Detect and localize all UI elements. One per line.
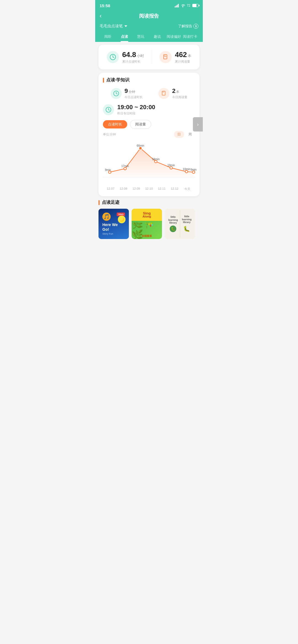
today-time-unit: 分钟 xyxy=(129,90,135,94)
signal-icon xyxy=(175,4,180,7)
total-books-unit: 本 xyxy=(188,53,191,58)
book-cover-3[interactable]: littlelearninglibrary 🐛 littlelearningli… xyxy=(165,209,195,239)
page-title: 阅读报告 xyxy=(139,13,159,19)
chart-area: 9min 17min 66min 34min 19min 10min 9min xyxy=(103,141,195,191)
tab-preference[interactable]: 阅读偏好 xyxy=(166,32,182,42)
svg-point-20 xyxy=(108,171,111,173)
total-time-label: 累计点读时长 xyxy=(122,60,144,64)
today-books-label: 今日阅读量 xyxy=(172,95,187,99)
svg-rect-3 xyxy=(178,4,179,7)
clock-icon-today xyxy=(111,88,122,99)
info-label: 了解报告 xyxy=(178,24,192,29)
week-toggle-button[interactable]: 周 xyxy=(185,131,195,138)
book-cover-2[interactable]: Sing Along 欢唱童谣 🌿🎋🌿 xyxy=(132,209,162,239)
today-time-label: 今日点读时长 xyxy=(124,95,143,99)
device-selector[interactable]: 毛毛虫点读笔 xyxy=(100,24,127,29)
knowledge-title: 点读·学知识 xyxy=(103,77,195,83)
clock-icon-summary xyxy=(107,51,119,63)
x-label-5: 12.12 xyxy=(169,187,180,191)
device-name: 毛毛虫点读笔 xyxy=(100,24,123,29)
status-bar: 15:58 72 xyxy=(95,0,203,10)
svg-point-26 xyxy=(192,171,195,173)
status-icons: 72 xyxy=(175,4,198,7)
summary-total-books: 462 本 累计阅读量 xyxy=(159,50,191,64)
title-bar-icon-2 xyxy=(99,200,100,205)
svg-rect-6 xyxy=(164,55,166,56)
footprints-section: 点读足迹 🎵 SING Here We Go! Story Fun xyxy=(99,200,199,242)
today-time-stat: 9 分钟 今日点读时长 xyxy=(111,87,143,99)
info-circle-icon: ℹ xyxy=(193,24,198,29)
x-label-1: 12.08 xyxy=(118,187,129,191)
today-books-value: 2 xyxy=(172,87,175,95)
tab-play[interactable]: 慧玩 xyxy=(132,32,149,42)
today-time-value: 9 xyxy=(124,87,128,95)
tab-listen[interactable]: 阅听 xyxy=(100,32,116,42)
tab-dotread[interactable]: 点读 xyxy=(116,32,133,42)
battery-label: 72 xyxy=(187,4,190,7)
today-books-stat: 2 本 今日阅读量 xyxy=(158,87,187,99)
book1-subtitle: Story Fun xyxy=(102,232,125,235)
book1-title: Here We Go! xyxy=(102,222,125,232)
svg-rect-2 xyxy=(177,5,178,7)
main-content: 64.8 小时 累计点读时长 462 本 累计阅读量 xyxy=(95,45,203,242)
book-icon-today xyxy=(158,88,169,99)
clock-icon-focus xyxy=(103,104,114,115)
battery-icon xyxy=(192,4,198,7)
svg-point-23 xyxy=(155,160,157,163)
tab-checkin[interactable]: 阅读打卡 xyxy=(182,32,198,42)
tab-talk[interactable]: 趣说 xyxy=(149,32,166,42)
total-time-unit: 小时 xyxy=(137,53,144,58)
x-label-2: 12.09 xyxy=(131,187,142,191)
next-arrow-button[interactable]: › xyxy=(193,117,203,132)
day-week-toggle: 日 周 xyxy=(174,131,195,138)
summary-card: 64.8 小时 累计点读时长 462 本 累计阅读量 xyxy=(99,45,199,69)
wifi-icon xyxy=(181,4,185,7)
svg-point-22 xyxy=(139,147,142,150)
x-label-6: 今天 xyxy=(182,187,193,191)
day-toggle-button[interactable]: 日 xyxy=(174,131,184,138)
title-bar-icon xyxy=(103,78,104,83)
dotread-time-button[interactable]: 点读时长 xyxy=(103,120,127,128)
total-books-label: 累计阅读量 xyxy=(175,60,191,64)
chevron-down-icon xyxy=(124,25,127,27)
unit-label: 单位:分钟 xyxy=(103,132,116,136)
summary-total-time: 64.8 小时 累计点读时长 xyxy=(107,50,144,64)
focus-time-value: 19:00 ~ 20:00 xyxy=(117,104,155,111)
svg-point-25 xyxy=(185,170,188,173)
status-time: 15:58 xyxy=(100,3,110,8)
x-label-4: 12.11 xyxy=(156,187,167,191)
svg-rect-10 xyxy=(163,92,164,92)
book-icon-summary xyxy=(159,51,172,63)
header: ‹ 阅读报告 毛毛虫点读笔 了解报告 ℹ 阅听 点读 慧玩 趣说 阅读偏好 xyxy=(95,10,203,42)
svg-rect-7 xyxy=(164,56,166,57)
book-cover-1[interactable]: 🎵 SING Here We Go! Story Fun 🌙 xyxy=(99,209,129,239)
focus-time-row: 19:00 ~ 20:00 昨日专注时段 xyxy=(103,104,195,116)
total-books-value: 462 xyxy=(175,50,187,59)
svg-rect-1 xyxy=(176,6,177,7)
info-button[interactable]: 了解报告 ℹ xyxy=(178,24,198,29)
line-chart: 9min 17min 66min 34min 19min 10min 9min xyxy=(103,141,195,188)
chart-controls: 点读时长 阅读量 › xyxy=(103,120,195,129)
focus-time-label: 昨日专注时段 xyxy=(117,111,155,116)
tabs-bar: 阅听 点读 慧玩 趣说 阅读偏好 阅读打卡 xyxy=(100,31,198,42)
today-books-unit: 本 xyxy=(176,90,179,94)
x-label-3: 12.10 xyxy=(143,187,155,191)
svg-point-21 xyxy=(124,167,126,170)
svg-point-24 xyxy=(170,167,172,169)
unit-toggle-row: 单位:分钟 日 周 xyxy=(103,131,195,138)
svg-rect-0 xyxy=(175,6,175,7)
svg-rect-5 xyxy=(164,55,167,59)
knowledge-section: 点读·学知识 9 分钟 今日点读时长 xyxy=(99,73,199,196)
footprints-title: 点读足迹 xyxy=(99,200,199,205)
summary-divider xyxy=(152,50,152,64)
total-time-value: 64.8 xyxy=(122,50,136,59)
svg-rect-9 xyxy=(162,91,165,95)
back-button[interactable]: ‹ xyxy=(100,12,102,20)
x-label-0: 12.07 xyxy=(105,187,116,191)
books-row: 🎵 SING Here We Go! Story Fun 🌙 xyxy=(99,209,199,239)
svg-marker-12 xyxy=(110,148,194,177)
stats-grid: 9 分钟 今日点读时长 2 本 xyxy=(103,87,195,99)
reading-amount-button[interactable]: 阅读量 xyxy=(130,120,151,129)
